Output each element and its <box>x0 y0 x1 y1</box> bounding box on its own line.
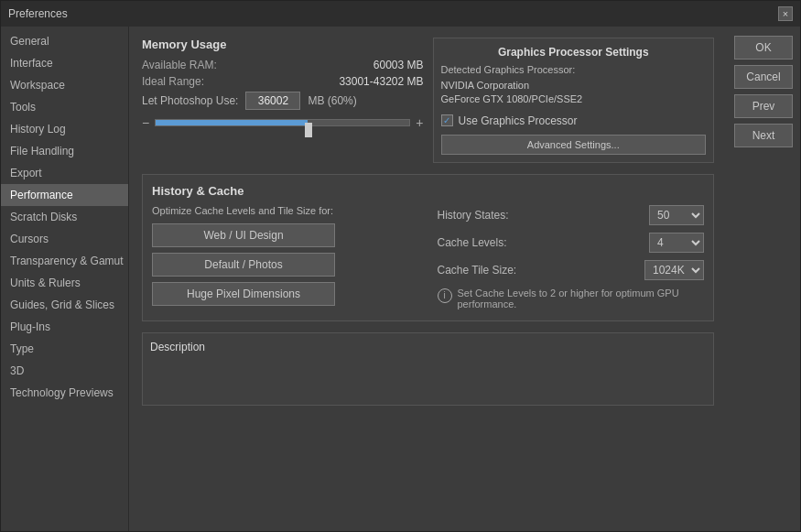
sidebar-item-3d[interactable]: 3D <box>1 360 128 382</box>
description-section: Description <box>142 332 714 406</box>
slider-plus-icon[interactable]: + <box>416 115 423 130</box>
action-buttons: OK Cancel Prev Next <box>727 27 800 531</box>
sidebar-item-workspace[interactable]: Workspace <box>1 74 128 96</box>
ideal-range-label: Ideal Range: <box>142 75 204 88</box>
ideal-range-row: Ideal Range: 33001-43202 MB <box>142 75 424 88</box>
sidebar-item-transparency-gamut[interactable]: Transparency & Gamut <box>1 250 128 272</box>
gpu-name: NVIDIA Corporation GeForce GTX 1080/PCIe… <box>441 79 707 107</box>
sidebar-item-tools[interactable]: Tools <box>1 96 128 118</box>
hc-left: Optimize Cache Levels and Tile Size for:… <box>152 205 419 311</box>
sidebar-item-history-log[interactable]: History Log <box>1 118 128 140</box>
history-cache-section: History & Cache Optimize Cache Levels an… <box>142 174 714 321</box>
main-content: Memory Usage Available RAM: 60003 MB Ide… <box>129 27 727 531</box>
info-note-text: Set Cache Levels to 2 or higher for opti… <box>458 288 705 309</box>
cache-levels-select[interactable]: 4 2 6 8 <box>649 233 704 253</box>
history-states-select[interactable]: 50 20 100 <box>649 205 704 225</box>
hc-title: History & Cache <box>152 184 704 198</box>
sidebar-item-tech-previews[interactable]: Technology Previews <box>1 382 128 404</box>
preset-huge-pixel-button[interactable]: Huge Pixel Dimensions <box>152 282 335 306</box>
let-ps-row: Let Photoshop Use: MB (60%) <box>142 92 424 110</box>
sidebar-item-general[interactable]: General <box>1 30 128 52</box>
cancel-button[interactable]: Cancel <box>734 65 793 89</box>
sidebar-item-performance[interactable]: Performance <box>1 184 128 206</box>
dialog-title: Preferences <box>8 7 68 20</box>
cache-levels-row: Cache Levels: 4 2 6 8 <box>438 233 705 253</box>
info-icon: i <box>438 288 452 303</box>
sidebar-item-type[interactable]: Type <box>1 338 128 360</box>
slider-thumb[interactable] <box>305 123 312 137</box>
available-ram-label: Available RAM: <box>142 59 217 71</box>
slider-container[interactable] <box>155 115 410 130</box>
slider-track <box>155 119 410 126</box>
preset-default-photos-button[interactable]: Default / Photos <box>152 253 335 277</box>
gpu-inner: Graphics Processor Settings Detected Gra… <box>433 38 715 163</box>
sidebar-item-export[interactable]: Export <box>1 162 128 184</box>
preferences-dialog: Preferences × General Interface Workspac… <box>0 0 801 532</box>
sidebar-item-guides-grid[interactable]: Guides, Grid & Slices <box>1 294 128 316</box>
slider-minus-icon[interactable]: − <box>142 115 149 130</box>
sidebar-item-cursors[interactable]: Cursors <box>1 228 128 250</box>
sidebar-item-units-rulers[interactable]: Units & Rulers <box>1 272 128 294</box>
hc-right: History States: 50 20 100 Cache Levels: … <box>438 205 705 311</box>
ok-button[interactable]: OK <box>734 36 793 60</box>
gpu-detected-label: Detected Graphics Processor: <box>441 64 707 75</box>
hc-inner: Optimize Cache Levels and Tile Size for:… <box>152 205 704 311</box>
sidebar-item-file-handling[interactable]: File Handling <box>1 140 128 162</box>
info-note: i Set Cache Levels to 2 or higher for op… <box>438 288 705 309</box>
next-button[interactable]: Next <box>734 124 793 147</box>
slider-fill <box>156 120 308 125</box>
let-ps-input[interactable] <box>245 92 300 110</box>
gpu-title: Graphics Processor Settings <box>441 46 707 59</box>
cache-tile-select[interactable]: 1024K 128K 256K 512K <box>644 260 704 280</box>
description-title: Description <box>150 341 706 353</box>
memory-title: Memory Usage <box>142 38 424 51</box>
sidebar-item-plug-ins[interactable]: Plug-Ins <box>1 316 128 338</box>
history-states-label: History States: <box>438 209 509 222</box>
use-gpu-checkbox-row[interactable]: Use Graphics Processor <box>441 114 707 127</box>
sidebar-item-scratch-disks[interactable]: Scratch Disks <box>1 206 128 228</box>
slider-row: − + <box>142 115 424 130</box>
use-gpu-checkbox[interactable] <box>441 114 453 126</box>
title-bar: Preferences × <box>1 1 800 27</box>
gpu-line1: NVIDIA Corporation <box>441 80 530 91</box>
preset-web-ui-button[interactable]: Web / UI Design <box>152 223 335 247</box>
gpu-line2: GeForce GTX 1080/PCIe/SSE2 <box>441 93 583 104</box>
history-states-row: History States: 50 20 100 <box>438 205 705 225</box>
available-ram-value: 60003 MB <box>373 59 424 71</box>
sidebar-item-interface[interactable]: Interface <box>1 52 128 74</box>
top-row: Memory Usage Available RAM: 60003 MB Ide… <box>142 38 714 163</box>
advanced-settings-button[interactable]: Advanced Settings... <box>441 135 707 155</box>
optimize-label: Optimize Cache Levels and Tile Size for: <box>152 205 419 216</box>
cache-tile-row: Cache Tile Size: 1024K 128K 256K 512K <box>438 260 705 280</box>
let-ps-label: Let Photoshop Use: <box>142 94 238 107</box>
prev-button[interactable]: Prev <box>734 94 793 118</box>
use-gpu-label: Use Graphics Processor <box>459 114 578 127</box>
memory-section: Memory Usage Available RAM: 60003 MB Ide… <box>142 38 424 163</box>
cache-tile-label: Cache Tile Size: <box>438 264 517 277</box>
ideal-range-value: 33001-43202 MB <box>339 75 423 88</box>
close-button[interactable]: × <box>778 6 793 21</box>
let-ps-suffix: MB (60%) <box>308 94 356 107</box>
available-ram-row: Available RAM: 60003 MB <box>142 59 424 71</box>
gpu-section: Graphics Processor Settings Detected Gra… <box>433 38 715 163</box>
dialog-body: General Interface Workspace Tools Histor… <box>1 27 800 531</box>
cache-levels-label: Cache Levels: <box>438 236 507 249</box>
sidebar: General Interface Workspace Tools Histor… <box>1 27 129 531</box>
